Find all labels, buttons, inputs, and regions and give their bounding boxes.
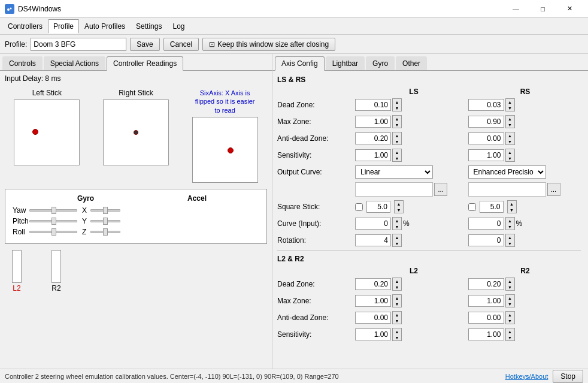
tab-gyro[interactable]: Gyro [366, 56, 395, 70]
l2-max-zone-up[interactable]: ▲ [393, 295, 401, 301]
ls-anti-dead-up[interactable]: ▲ [393, 132, 401, 138]
l2-anti-dead-up[interactable]: ▲ [393, 312, 401, 318]
l2-anti-dead-input[interactable] [355, 312, 391, 324]
ls-anti-dead-spinner[interactable]: ▲ ▼ [392, 132, 402, 145]
ls-curve-input-spinner[interactable]: ▲ ▼ [392, 217, 402, 230]
r2-anti-dead-spinner[interactable]: ▲ ▼ [505, 311, 515, 324]
rs-rotation-down[interactable]: ▼ [506, 240, 514, 246]
l2-sensitivity-up[interactable]: ▲ [393, 328, 401, 334]
tab-controller-readings[interactable]: Controller Readings [107, 56, 183, 71]
ls-curve-input[interactable] [355, 218, 391, 230]
r2-anti-dead-up[interactable]: ▲ [506, 312, 514, 318]
l2-anti-dead-spinner[interactable]: ▲ ▼ [392, 311, 402, 324]
menu-profile[interactable]: Profile [48, 19, 79, 34]
ls-anti-dead-down[interactable]: ▼ [393, 138, 401, 144]
tab-special-actions[interactable]: Special Actions [44, 56, 105, 70]
ls-sensitivity-up[interactable]: ▲ [393, 149, 401, 155]
ls-curve-input-up[interactable]: ▲ [393, 218, 401, 224]
r2-anti-dead-down[interactable]: ▼ [506, 318, 514, 324]
yaw-slider[interactable] [29, 209, 77, 212]
menu-log[interactable]: Log [167, 19, 190, 34]
ls-rotation-up[interactable]: ▲ [393, 234, 401, 240]
rs-rotation-spinner[interactable]: ▲ ▼ [505, 234, 515, 247]
rs-curve-input-up[interactable]: ▲ [506, 218, 514, 224]
l2-dead-zone-input[interactable] [355, 278, 391, 290]
r2-dead-zone-down[interactable]: ▼ [506, 284, 514, 290]
r2-sensitivity-down[interactable]: ▼ [506, 334, 514, 340]
rs-anti-dead-up[interactable]: ▲ [506, 132, 514, 138]
rs-max-zone-input[interactable] [468, 116, 504, 128]
rs-rotation-input[interactable] [468, 234, 504, 246]
ls-curve-input-down[interactable]: ▼ [393, 224, 401, 230]
ls-dead-zone-input[interactable] [355, 99, 391, 111]
maximize-button[interactable]: □ [529, 0, 556, 18]
x-accel-slider[interactable] [90, 209, 120, 212]
tab-axis-config[interactable]: Axis Config [275, 56, 325, 71]
minimize-button[interactable]: — [502, 0, 529, 18]
rs-curve-edit-btn[interactable]: ... [547, 183, 560, 196]
ls-rotation-down[interactable]: ▼ [393, 240, 401, 246]
ls-sensitivity-input[interactable] [355, 149, 391, 161]
rs-sensitivity-down[interactable]: ▼ [506, 155, 514, 161]
l2-dead-zone-up[interactable]: ▲ [393, 278, 401, 284]
r2-max-zone-spinner[interactable]: ▲ ▼ [505, 294, 515, 307]
ls-anti-dead-input[interactable] [355, 132, 391, 144]
rs-rotation-up[interactable]: ▲ [506, 234, 514, 240]
rs-dead-zone-input[interactable] [468, 99, 504, 111]
ls-sensitivity-spinner[interactable]: ▲ ▼ [392, 149, 402, 162]
l2-sensitivity-input[interactable] [355, 328, 391, 340]
l2-max-zone-down[interactable]: ▼ [393, 301, 401, 307]
pitch-slider[interactable] [29, 220, 77, 222]
ls-dead-zone-up[interactable]: ▲ [393, 99, 401, 105]
r2-max-zone-input[interactable] [468, 295, 504, 307]
rs-anti-dead-spinner[interactable]: ▲ ▼ [505, 132, 515, 145]
rs-max-zone-spinner[interactable]: ▲ ▼ [505, 115, 515, 128]
ls-max-zone-input[interactable] [355, 116, 391, 128]
rs-anti-dead-input[interactable] [468, 132, 504, 144]
tab-other[interactable]: Other [396, 56, 427, 70]
rs-curve-input-spinner[interactable]: ▲ ▼ [505, 217, 515, 230]
ls-dead-zone-down[interactable]: ▼ [393, 105, 401, 111]
ls-curve-edit-btn[interactable]: ... [434, 183, 447, 196]
menu-controllers[interactable]: Controllers [2, 19, 48, 34]
menu-settings[interactable]: Settings [131, 19, 167, 34]
profile-name-input[interactable] [31, 38, 126, 51]
rs-anti-dead-down[interactable]: ▼ [506, 138, 514, 144]
l2-dead-zone-spinner[interactable]: ▲ ▼ [392, 278, 402, 291]
ls-curve-select[interactable]: Linear Enhanced Precision Quadratic Cubi… [355, 165, 433, 179]
rs-square-spinner[interactable]: ▲ ▼ [507, 200, 517, 213]
ls-square-spinner[interactable]: ▲ ▼ [394, 200, 404, 213]
tab-controls[interactable]: Controls [2, 56, 43, 70]
r2-sensitivity-input[interactable] [468, 328, 504, 340]
l2-sensitivity-down[interactable]: ▼ [393, 334, 401, 340]
stop-button[interactable]: Stop [553, 370, 583, 383]
r2-anti-dead-input[interactable] [468, 312, 504, 324]
r2-sensitivity-up[interactable]: ▲ [506, 328, 514, 334]
rs-square-input[interactable] [480, 201, 504, 213]
l2-max-zone-spinner[interactable]: ▲ ▼ [392, 294, 402, 307]
l2-sensitivity-spinner[interactable]: ▲ ▼ [392, 328, 402, 341]
menu-auto-profiles[interactable]: Auto Profiles [79, 19, 131, 34]
ls-sensitivity-down[interactable]: ▼ [393, 155, 401, 161]
tab-lightbar[interactable]: Lightbar [326, 56, 365, 70]
rs-square-down[interactable]: ▼ [508, 207, 516, 213]
cancel-button[interactable]: Cancel [163, 38, 199, 51]
ls-max-zone-up[interactable]: ▲ [393, 116, 401, 122]
r2-max-zone-down[interactable]: ▼ [506, 301, 514, 307]
l2-anti-dead-down[interactable]: ▼ [393, 318, 401, 324]
roll-slider[interactable] [29, 231, 77, 233]
hotkeys-about-link[interactable]: Hotkeys/About [505, 373, 548, 380]
r2-dead-zone-input[interactable] [468, 278, 504, 290]
keep-size-button[interactable]: ⊡ Keep this window size after closing [202, 38, 335, 51]
r2-sensitivity-spinner[interactable]: ▲ ▼ [505, 328, 515, 341]
y-accel-slider[interactable] [90, 220, 120, 222]
ls-square-checkbox[interactable] [355, 203, 363, 211]
rs-square-up[interactable]: ▲ [508, 201, 516, 207]
close-button[interactable]: ✕ [556, 0, 583, 18]
ls-square-up[interactable]: ▲ [395, 201, 403, 207]
ls-dead-zone-spinner[interactable]: ▲ ▼ [392, 98, 402, 111]
rs-square-checkbox[interactable] [468, 203, 476, 211]
ls-square-down[interactable]: ▼ [395, 207, 403, 213]
ls-rotation-input[interactable] [355, 234, 391, 246]
rs-dead-zone-up[interactable]: ▲ [506, 99, 514, 105]
